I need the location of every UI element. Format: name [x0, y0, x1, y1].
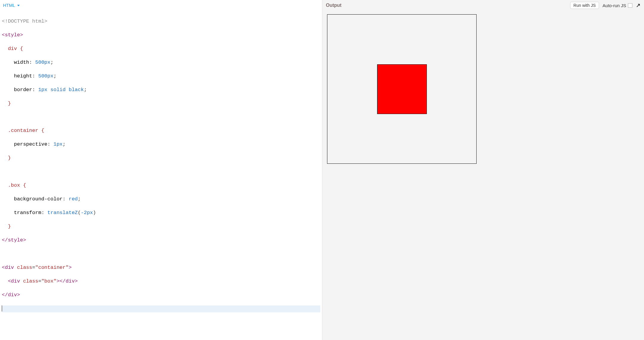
code-line: </style>: [2, 237, 320, 244]
code-token: </div>: [60, 278, 78, 284]
code-token: [14, 265, 17, 270]
autorun-checkbox[interactable]: [628, 3, 632, 8]
code-line: [2, 169, 320, 175]
preview-box-div: [377, 64, 427, 114]
code-token: </style>: [2, 237, 26, 243]
code-token: "box": [41, 278, 57, 284]
code-token: <!DOCTYPE html>: [2, 18, 47, 24]
code-token: .container {: [2, 128, 44, 133]
language-selector-label: HTML: [3, 3, 15, 8]
code-token: perspective: [2, 141, 47, 147]
code-token: transform: [2, 210, 41, 216]
text-cursor: [2, 305, 2, 311]
language-selector[interactable]: HTML: [3, 3, 20, 8]
output-label: Output: [326, 3, 341, 8]
code-token: (: [78, 210, 81, 216]
code-token: <div: [8, 278, 20, 284]
code-line-current: [2, 305, 320, 312]
editor-panel-header: HTML: [0, 0, 322, 10]
code-line: border: 1px solid black;: [2, 87, 320, 93]
code-token: ;: [53, 73, 56, 79]
code-token: <div: [2, 265, 14, 270]
code-token: ): [93, 210, 96, 216]
code-line: width: 500px;: [2, 59, 320, 66]
code-line: }: [2, 155, 320, 162]
code-token: background-color: [2, 196, 63, 202]
code-line: perspective: 1px;: [2, 141, 320, 148]
code-token: 500px: [35, 60, 50, 65]
output-preview: [322, 11, 644, 340]
code-token: ;: [78, 196, 81, 202]
code-line: }: [2, 223, 320, 230]
code-token: class: [23, 278, 38, 284]
expand-icon[interactable]: ↗: [636, 2, 640, 9]
code-line: }: [2, 100, 320, 107]
code-line: <style>: [2, 32, 320, 39]
code-token: </div>: [2, 292, 20, 298]
code-token: :: [63, 196, 69, 202]
code-token: :: [32, 73, 38, 79]
code-token: }: [2, 101, 11, 106]
code-token: -2px: [81, 210, 93, 216]
code-editor[interactable]: <!DOCTYPE html> <style> div { width: 500…: [0, 10, 322, 340]
code-line: <div class="container">: [2, 264, 320, 271]
code-token: ;: [50, 60, 53, 65]
code-line: <div class="box"></div>: [2, 278, 320, 285]
code-line: height: 500px;: [2, 73, 320, 80]
code-token: [20, 278, 23, 284]
code-line: </div>: [2, 292, 320, 299]
chevron-down-icon: [17, 5, 20, 6]
code-token: [2, 278, 8, 284]
code-line: [2, 251, 320, 258]
code-token: .box {: [2, 183, 26, 188]
code-line: transform: translateZ(-2px): [2, 210, 320, 216]
run-button[interactable]: Run with JS: [570, 2, 599, 9]
code-token: red: [69, 196, 78, 202]
editor-panel: HTML <!DOCTYPE html> <style> div { width…: [0, 0, 322, 340]
output-panel-header: Output Run with JS Auto-run JS ↗: [322, 0, 644, 11]
code-line: background-color: red;: [2, 196, 320, 203]
code-line: [2, 114, 320, 121]
code-token: "container": [35, 265, 69, 270]
code-token: =: [32, 265, 35, 270]
code-token: >: [57, 278, 60, 284]
code-line: <!DOCTYPE html>: [2, 18, 320, 25]
code-token: div {: [2, 46, 23, 52]
code-line: .container {: [2, 127, 320, 134]
code-token: <style>: [2, 32, 23, 38]
code-token: }: [2, 155, 11, 161]
code-token: class: [17, 265, 32, 270]
code-token: :: [41, 210, 47, 216]
code-token: :: [29, 60, 35, 65]
code-token: height: [2, 73, 32, 79]
preview-container-div: [327, 14, 477, 164]
code-token: ;: [63, 141, 66, 147]
code-token: 1px solid black: [38, 87, 84, 93]
code-token: :: [47, 141, 53, 147]
code-token: }: [2, 224, 11, 229]
code-token: :: [32, 87, 38, 93]
code-token: 500px: [38, 73, 53, 79]
code-token: width: [2, 60, 29, 65]
code-token: =: [38, 278, 41, 284]
code-line: .box {: [2, 182, 320, 189]
code-token: ;: [84, 87, 87, 93]
output-controls: Run with JS Auto-run JS ↗: [570, 2, 640, 9]
code-token: >: [69, 265, 71, 270]
output-panel: Output Run with JS Auto-run JS ↗: [322, 0, 644, 340]
autorun-toggle[interactable]: Auto-run JS: [603, 3, 632, 8]
code-line: div {: [2, 46, 320, 52]
autorun-label: Auto-run JS: [603, 3, 626, 8]
code-token: 1px: [53, 141, 63, 147]
code-token: translateZ: [47, 210, 78, 216]
code-token: border: [2, 87, 32, 93]
